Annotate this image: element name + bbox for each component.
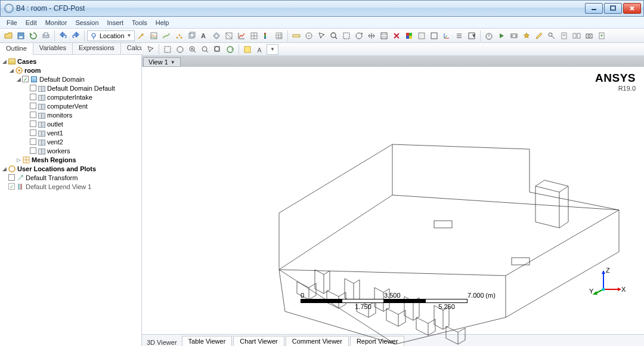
tree-item[interactable]: outlet xyxy=(1,119,140,128)
ruler-icon[interactable] xyxy=(290,30,302,42)
menu-session[interactable]: Session xyxy=(71,18,103,27)
fit-view-icon[interactable] xyxy=(212,44,224,55)
anim-icon[interactable] xyxy=(508,30,520,42)
snapshot-icon[interactable] xyxy=(583,30,595,42)
menu-monitor[interactable]: Monitor xyxy=(41,18,72,27)
checkbox-icon[interactable] xyxy=(8,174,15,181)
tab-expressions[interactable]: Expressions xyxy=(73,43,121,54)
compare-icon[interactable] xyxy=(571,30,583,42)
mesh-icon[interactable] xyxy=(273,30,285,42)
shade-icon[interactable] xyxy=(416,30,428,42)
checkbox-icon[interactable] xyxy=(30,112,36,118)
tree-item[interactable]: computerVent xyxy=(1,101,140,110)
cursor-icon[interactable] xyxy=(144,44,156,55)
3d-viewer-label[interactable]: 3D Viewer xyxy=(142,339,182,346)
checkbox-icon[interactable] xyxy=(30,147,36,154)
zoom-icon[interactable] xyxy=(328,30,340,42)
checkbox-icon[interactable] xyxy=(30,129,36,136)
menu-tools[interactable]: Tools xyxy=(128,18,151,27)
tree-item[interactable]: computerIntake xyxy=(1,92,140,101)
tree-item[interactable]: Default Domain Default xyxy=(1,84,140,92)
streamline-icon[interactable] xyxy=(160,30,172,42)
isosurface-icon[interactable] xyxy=(210,30,222,42)
svg-line-83 xyxy=(206,51,208,52)
tree-item[interactable]: vent1 xyxy=(1,128,140,137)
reload-icon[interactable] xyxy=(27,30,39,42)
open-icon[interactable] xyxy=(2,30,14,42)
tree-mesh-regions[interactable]: ▷Mesh Regions xyxy=(1,155,140,164)
menu-insert[interactable]: Insert xyxy=(103,18,128,27)
clip-icon[interactable] xyxy=(223,30,235,42)
rotate-view-icon[interactable] xyxy=(174,44,186,55)
checkbox-icon[interactable]: ✓ xyxy=(22,76,29,82)
redo-icon[interactable] xyxy=(70,30,82,42)
export-icon[interactable] xyxy=(596,30,608,42)
grid-icon[interactable] xyxy=(248,30,260,42)
tree-item[interactable]: workers xyxy=(1,146,140,155)
color-icon[interactable] xyxy=(403,30,415,42)
pick-icon[interactable] xyxy=(254,44,266,55)
tree-default-transform[interactable]: Default Transform xyxy=(1,173,140,182)
minimize-button[interactable] xyxy=(585,3,603,14)
refresh-icon[interactable] xyxy=(224,44,236,55)
key-icon[interactable] xyxy=(546,30,558,42)
tree-cases[interactable]: ◢Cases xyxy=(1,57,140,66)
save-icon[interactable] xyxy=(15,30,27,42)
star-icon[interactable] xyxy=(521,30,532,42)
outline-tree[interactable]: ◢Cases ◢room ◢✓Default Domain Default Do… xyxy=(0,55,141,346)
box-select-icon[interactable] xyxy=(162,44,174,55)
tree-user-locations[interactable]: ◢User Locations and Plots xyxy=(1,164,140,173)
zoom-in-icon[interactable] xyxy=(187,44,199,55)
highlight-icon[interactable] xyxy=(242,44,253,55)
text-icon[interactable]: A xyxy=(198,30,210,42)
box-zoom-icon[interactable] xyxy=(340,30,352,42)
pick-mode-dropdown[interactable]: ▼ xyxy=(267,44,278,55)
checkbox-icon[interactable] xyxy=(30,138,36,145)
checkbox-icon[interactable] xyxy=(30,94,36,100)
delete-icon[interactable] xyxy=(391,30,402,42)
axis-icon[interactable] xyxy=(441,30,453,42)
checkbox-icon[interactable] xyxy=(30,85,36,91)
tree-item[interactable]: monitors xyxy=(1,110,140,119)
maximize-button[interactable] xyxy=(604,3,622,14)
print-icon[interactable] xyxy=(40,30,52,42)
tab-outline[interactable]: Outline xyxy=(0,44,33,55)
contour-icon[interactable] xyxy=(148,30,160,42)
tree-default-domain[interactable]: ◢✓Default Domain xyxy=(1,75,140,84)
3d-canvas[interactable]: ANSYS R19.0 xyxy=(142,67,644,334)
toolbar-separator xyxy=(84,30,85,41)
report-icon[interactable] xyxy=(558,30,570,42)
probe-icon[interactable] xyxy=(303,30,315,42)
tree-item[interactable]: vent2 xyxy=(1,137,140,146)
tree-default-legend[interactable]: ✓Default Legend View 1 xyxy=(1,182,140,191)
checkbox-icon[interactable] xyxy=(30,121,36,127)
checkbox-icon[interactable]: ✓ xyxy=(8,183,15,190)
menu-file[interactable]: File xyxy=(2,18,21,27)
pan-icon[interactable] xyxy=(366,30,377,42)
wireframe-icon[interactable] xyxy=(428,30,440,42)
view-dropdown-icon[interactable]: ▾ xyxy=(466,30,478,42)
rotate-icon[interactable] xyxy=(353,30,365,42)
chart-icon[interactable] xyxy=(236,30,247,42)
play-icon[interactable] xyxy=(496,30,507,42)
location-dropdown[interactable]: Location ▼ xyxy=(87,30,135,41)
legend-icon[interactable] xyxy=(261,30,273,42)
particle-icon[interactable] xyxy=(173,30,185,42)
select-icon[interactable] xyxy=(315,30,327,42)
menu-edit[interactable]: Edit xyxy=(21,18,41,27)
vector-icon[interactable] xyxy=(135,30,147,42)
pencil-icon[interactable] xyxy=(533,30,545,42)
view-tab[interactable]: View 1▼ xyxy=(143,57,181,67)
checkbox-icon[interactable] xyxy=(30,103,36,109)
timer-icon[interactable] xyxy=(483,30,495,42)
volume-icon[interactable] xyxy=(185,30,197,42)
tab-table-viewer[interactable]: Table Viewer xyxy=(182,336,233,346)
fit-icon[interactable] xyxy=(378,30,390,42)
tab-variables[interactable]: Variables xyxy=(33,43,73,54)
zoom-box-icon[interactable] xyxy=(199,44,211,55)
menu-help[interactable]: Help xyxy=(151,18,174,27)
tree-room[interactable]: ◢room xyxy=(1,66,140,75)
close-button[interactable] xyxy=(623,3,641,14)
undo-icon[interactable] xyxy=(57,30,69,42)
list-icon[interactable] xyxy=(453,30,465,42)
